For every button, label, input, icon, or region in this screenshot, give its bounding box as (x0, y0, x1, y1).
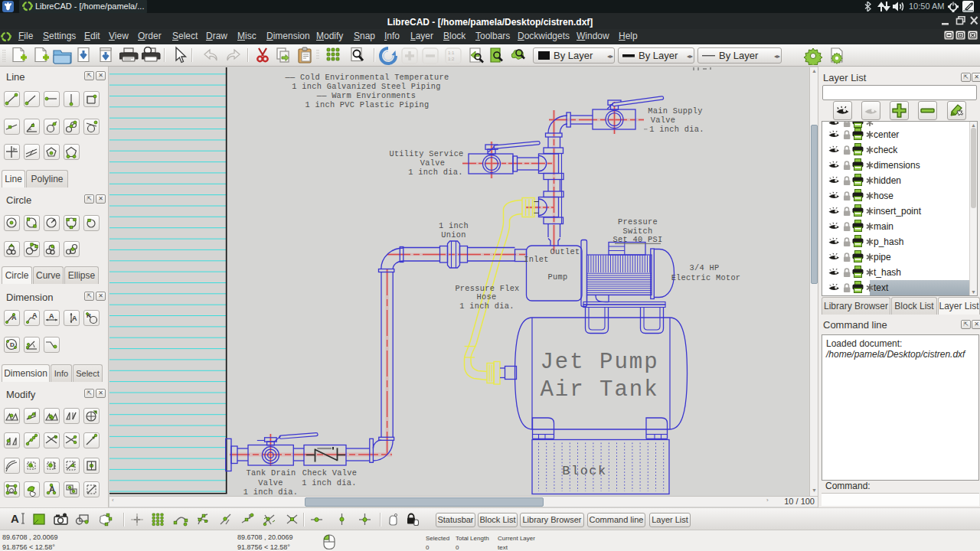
svg-text:A: A (32, 311, 38, 319)
svg-text:By Layer: By Layer (554, 50, 593, 61)
svg-text:1 inch Galvanized Steel Piping: 1 inch Galvanized Steel Piping (292, 82, 440, 91)
svg-text:1:1: 1:1 (448, 51, 455, 55)
svg-text:Air Tank: Air Tank (540, 377, 658, 403)
svg-text:◂▸: ◂▸ (607, 53, 613, 60)
svg-text:—— Cold Environmental Temperat: —— Cold Environmental Temperature (285, 73, 449, 82)
svg-text:A: A (11, 512, 19, 525)
svg-text:Outlet: Outlet (550, 247, 580, 256)
svg-text:D: D (10, 341, 15, 348)
svg-text:Utility Service: Utility Service (389, 149, 463, 158)
svg-text:Main Supply: Main Supply (648, 106, 702, 116)
svg-text:Inlet: Inlet (524, 255, 548, 264)
svg-text:Pressure Flex: Pressure Flex (455, 284, 519, 293)
svg-text:Valve: Valve (420, 158, 445, 168)
svg-text:3/4 HP: 3/4 HP (690, 263, 720, 272)
svg-text:Valve: Valve (258, 478, 283, 487)
svg-text:1 inch dia.: 1 inch dia. (649, 125, 704, 134)
svg-text:Jet Pump: Jet Pump (540, 350, 658, 375)
svg-text:Block: Block (562, 464, 607, 478)
svg-text:By Layer: By Layer (639, 50, 678, 61)
svg-text:1 inch: 1 inch (439, 221, 469, 230)
svg-text:Union: Union (441, 230, 466, 240)
svg-text:Switch: Switch (623, 227, 653, 236)
svg-text:Tank Drain: Tank Drain (247, 468, 296, 478)
svg-text:1 inch dia.: 1 inch dia. (302, 478, 356, 487)
svg-text:1 inch dia.: 1 inch dia. (243, 487, 298, 496)
svg-text:—— Warm Environments: —— Warm Environments (316, 91, 416, 100)
svg-text:1 inch dia.: 1 inch dia. (408, 168, 462, 177)
svg-text:1 inch PVC Plastic Piping: 1 inch PVC Plastic Piping (305, 100, 430, 109)
svg-text:◂▸: ◂▸ (687, 53, 693, 60)
svg-text:Hose: Hose (477, 292, 497, 302)
svg-text:By Layer: By Layer (719, 50, 759, 61)
svg-text:Valve: Valve (651, 116, 675, 125)
svg-text:1:2: 1:2 (448, 57, 455, 61)
svg-text:Check Valve: Check Valve (302, 468, 357, 478)
svg-text:Set 40 PSI: Set 40 PSI (613, 235, 663, 244)
svg-text:Pressure: Pressure (618, 217, 658, 227)
svg-text:Pump: Pump (548, 272, 568, 282)
svg-text:A: A (49, 312, 54, 320)
svg-text:◂▸: ◂▸ (774, 53, 780, 60)
svg-text:Electric Motor: Electric Motor (671, 273, 741, 282)
svg-text:1 inch dia.: 1 inch dia. (459, 302, 514, 311)
svg-text:A: A (72, 315, 77, 322)
